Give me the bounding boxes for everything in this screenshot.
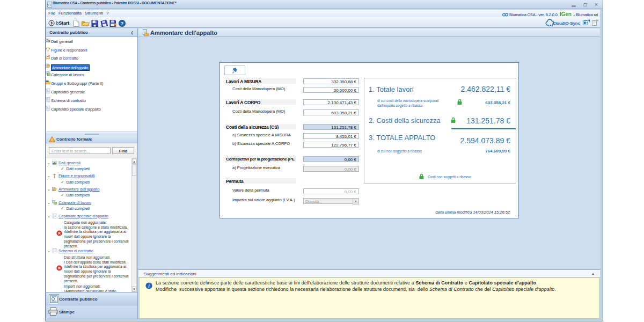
svg-text:?: ? (121, 20, 124, 26)
svg-text:!: ! (52, 137, 53, 142)
